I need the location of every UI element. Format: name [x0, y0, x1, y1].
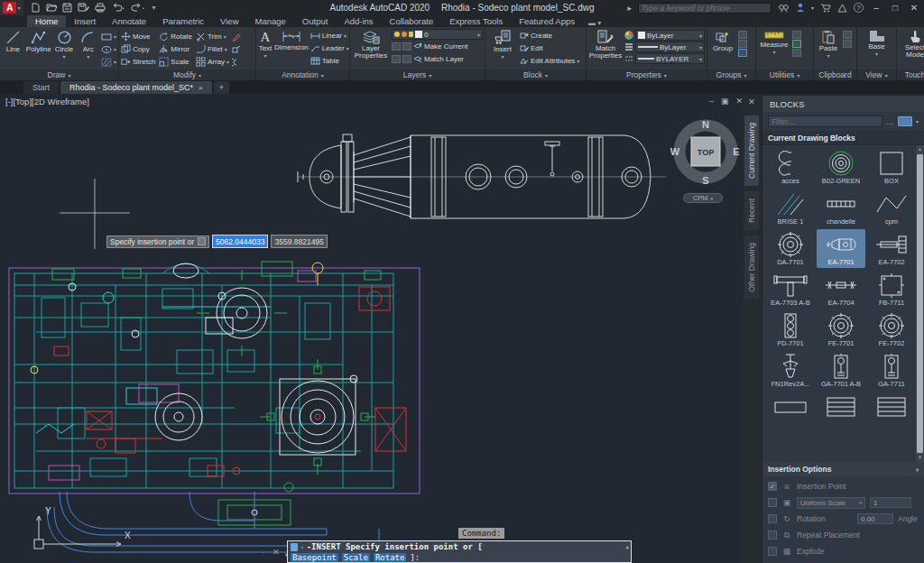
trim-button[interactable]: Trim▾ [196, 31, 229, 42]
text-button[interactable]: A Text▾ [258, 29, 273, 60]
tab-collaborate[interactable]: Collaborate [382, 15, 442, 27]
block-item-ga-7711[interactable]: GA-7711 [867, 351, 916, 390]
scale-button[interactable]: Scale [159, 56, 192, 68]
block-item[interactable] [867, 392, 916, 430]
tab-start[interactable]: Start [23, 81, 59, 94]
insertion-point-checkbox[interactable]: ✓ [768, 482, 777, 491]
command-keyword-basepoint[interactable]: Basepoint [291, 553, 338, 562]
app-menu-button[interactable]: A ▾ [0, 0, 23, 15]
close-button[interactable]: ✕ [908, 3, 920, 13]
rotation-checkbox[interactable] [768, 514, 777, 523]
rotate-button[interactable]: Rotate [159, 31, 192, 42]
tab-close-icon[interactable]: × [199, 84, 203, 92]
fillet-button[interactable]: Fillet▾ [196, 43, 229, 55]
block-item-acces[interactable]: acces [766, 148, 815, 187]
leader-button[interactable]: Leader▾ [310, 42, 349, 54]
panel-title-utilities[interactable]: Utilities▾ [756, 69, 813, 80]
tab-add-ins[interactable]: Add-ins [336, 15, 381, 27]
palette-tab-other-drawing[interactable]: Other Drawing [744, 235, 759, 300]
dynamic-input-x-field[interactable]: 5062.0444033 [212, 235, 268, 248]
rotation-value-field[interactable]: 0.00 [857, 513, 893, 524]
autodesk-apps-icon[interactable] [837, 4, 847, 13]
block-item-cpm[interactable]: cpm [867, 189, 916, 227]
block-item[interactable] [766, 392, 815, 430]
panel-title-draw[interactable]: Draw▾ [0, 69, 118, 80]
tab-insert[interactable]: Insert [66, 15, 104, 27]
command-line-window[interactable]: ▾ -INSERT Specify insertion point or [ B… [287, 540, 632, 563]
move-button[interactable]: Move [121, 31, 155, 42]
browse-blocks-icon[interactable]: … [886, 117, 894, 126]
block-item-fd-7701[interactable]: FD-7701 [766, 310, 815, 349]
command-scroll-icon[interactable]: ▲ [625, 543, 629, 549]
command-keyword-scale[interactable]: Scale [342, 553, 370, 562]
panel-title-block[interactable]: Block▾ [485, 69, 586, 80]
search-input[interactable] [638, 3, 772, 14]
copy-button[interactable]: Copy [121, 43, 155, 55]
redo-icon[interactable] [131, 3, 145, 13]
search-expand-icon[interactable]: ▸ [627, 4, 632, 13]
scale-mode-combo[interactable]: Uniform Scale▾ [797, 497, 865, 509]
tab-parametric[interactable]: Parametric [154, 15, 212, 27]
block-item-fe-7702[interactable]: FE-7702 [867, 310, 916, 349]
scale-checkbox[interactable] [768, 498, 777, 507]
tab-view[interactable]: View [212, 15, 246, 27]
open-file-icon[interactable] [46, 3, 57, 13]
line-button[interactable]: Line [2, 29, 24, 53]
palette-tab-recent[interactable]: Recent [744, 191, 759, 230]
drawing-restore-icon[interactable]: ▣ [721, 97, 729, 106]
block-item-chandelle[interactable]: chandelle [817, 189, 865, 227]
panel-title-properties[interactable]: Properties▾ [587, 69, 707, 80]
panel-title-view[interactable]: View▾ [857, 69, 896, 80]
base-button[interactable]: Base▾ [862, 29, 892, 58]
circle-button[interactable]: Circle▾ [53, 29, 76, 60]
layer-properties-button[interactable]: Layer Properties [352, 29, 390, 60]
tab-current-drawing[interactable]: Rhodia - Sodeco plant model_SC*× [60, 81, 212, 94]
drawing-minimize-icon[interactable]: – [709, 97, 714, 106]
dynamic-input-y-field[interactable]: 3559.8821495 [271, 235, 327, 248]
object-color-combo[interactable]: ByLayer▾ [635, 30, 705, 41]
insertion-options-header[interactable]: Insertion Options▾ [762, 462, 924, 476]
insert-block-button[interactable]: Insert▾ [487, 29, 518, 60]
block-item-ea-7703-a-b[interactable]: EA-7703 A-B [766, 270, 815, 309]
block-item-brise-1[interactable]: BRISE 1 [766, 189, 815, 227]
plot-icon[interactable] [95, 3, 106, 13]
drawing-canvas[interactable]: Y X [-][Top][2D Wireframe] – ▣ ✕ N S W E… [0, 94, 924, 563]
hatch-tool-button[interactable]: ▾ [101, 56, 116, 68]
edit-block-button[interactable]: Edit [520, 42, 579, 54]
dimension-button[interactable]: Dimension [274, 29, 309, 51]
scale-value-field[interactable]: 1 [870, 497, 911, 508]
group-edit-icon[interactable] [738, 40, 747, 48]
palette-close-icon[interactable]: ✕ [748, 97, 755, 110]
polyline-button[interactable]: Polyline [26, 29, 51, 53]
minimize-button[interactable]: – [870, 3, 882, 13]
tab-annotate[interactable]: Annotate [104, 15, 154, 27]
block-item-ea-7701[interactable]: EA-7701 [817, 229, 865, 268]
tab-output[interactable]: Output [294, 15, 337, 27]
create-block-button[interactable]: Create [520, 30, 579, 42]
explode-checkbox[interactable] [768, 547, 777, 556]
command-keyword-rotate[interactable]: Rotate [374, 553, 407, 562]
gallery-view-icon[interactable] [898, 116, 912, 126]
sign-in-user-icon[interactable] [796, 3, 805, 13]
measure-button[interactable]: Measure▾ [758, 29, 790, 56]
tab-manage[interactable]: Manage [247, 15, 294, 27]
palette-tab-current-drawing[interactable]: Current Drawing [744, 115, 759, 186]
linetype-combo[interactable]: BYLAYER▾ [635, 53, 705, 64]
erase-button[interactable] [232, 31, 241, 42]
array-button[interactable]: Array▾ [196, 56, 229, 68]
viewcube[interactable]: N S W E TOP [670, 115, 742, 188]
offset-button[interactable] [232, 56, 241, 68]
view-options-icon[interactable]: ▾ [916, 118, 919, 125]
block-item-b02-green[interactable]: B02-GREEN [817, 148, 865, 187]
block-item-fb-7711[interactable]: FB-7711 [867, 270, 916, 309]
search-icon[interactable] [778, 4, 790, 13]
paste-button[interactable]: Paste▾ [816, 29, 841, 60]
dynamic-input-options-icon[interactable] [198, 237, 206, 245]
filter-input[interactable] [768, 115, 882, 127]
undo-icon[interactable] [111, 3, 125, 13]
block-item-ga-7701-a-b[interactable]: GA-7701 A-B [817, 351, 865, 390]
lineweight-combo[interactable]: ByLayer▾ [635, 42, 705, 52]
block-item-fn1rev2a-[interactable]: FN1Rev2A... [766, 351, 815, 390]
help-icon[interactable]: ? [854, 3, 864, 13]
stretch-button[interactable]: Stretch [121, 56, 155, 68]
